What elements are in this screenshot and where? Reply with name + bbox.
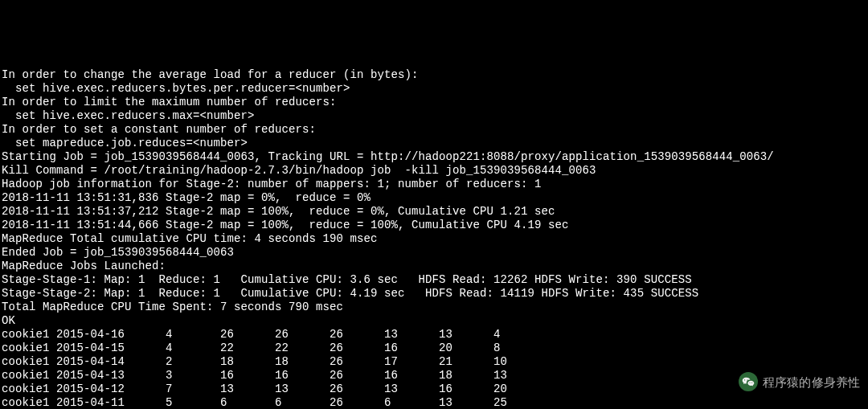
output-line: 2018-11-11 13:51:44,666 Stage-2 map = 10…	[2, 219, 569, 231]
output-line: In order to limit the maximum number of …	[2, 96, 337, 108]
output-line: Stage-Stage-2: Map: 1 Reduce: 1 Cumulati…	[2, 287, 698, 300]
output-line: Starting Job = job_1539039568444_0063, T…	[2, 150, 774, 163]
output-line: MapReduce Jobs Launched:	[2, 260, 166, 272]
output-line: In order to set a constant number of red…	[2, 123, 316, 136]
output-line: In order to change the average load for …	[2, 68, 419, 81]
watermark: 程序猿的修身养性	[739, 372, 860, 391]
terminal-output[interactable]: In order to change the average load for …	[0, 55, 868, 409]
output-line: OK	[2, 314, 15, 327]
watermark-text: 程序猿的修身养性	[763, 375, 860, 389]
output-line: set mapreduce.job.reduces=<number>	[2, 137, 248, 149]
result-row: cookie1 2015-04-11 5 6 6 26 6 13 25	[2, 396, 507, 409]
output-line: 2018-11-11 13:51:31,836 Stage-2 map = 0%…	[2, 191, 371, 204]
output-line: Stage-Stage-1: Map: 1 Reduce: 1 Cumulati…	[2, 273, 692, 286]
result-row: cookie1 2015-04-14 2 18 18 26 17 21 10	[2, 355, 507, 368]
output-line: Kill Command = /root/training/hadoop-2.7…	[2, 164, 596, 177]
output-line: set hive.exec.reducers.max=<number>	[2, 109, 255, 122]
result-row: cookie1 2015-04-12 7 13 13 26 13 16 20	[2, 382, 507, 395]
output-line: Total MapReduce CPU Time Spent: 7 second…	[2, 301, 343, 313]
output-line: Ended Job = job_1539039568444_0063	[2, 246, 234, 259]
result-row: cookie1 2015-04-15 4 22 22 26 16 20 8	[2, 342, 501, 354]
result-row: cookie1 2015-04-13 3 16 16 26 16 18 13	[2, 369, 507, 382]
output-line: 2018-11-11 13:51:37,212 Stage-2 map = 10…	[2, 205, 555, 218]
wechat-icon	[739, 372, 758, 391]
result-row: cookie1 2015-04-16 4 26 26 26 13 13 4	[2, 328, 501, 341]
output-line: MapReduce Total cumulative CPU time: 4 s…	[2, 232, 378, 245]
output-line: set hive.exec.reducers.bytes.per.reducer…	[2, 82, 350, 95]
output-line: Hadoop job information for Stage-2: numb…	[2, 178, 542, 190]
